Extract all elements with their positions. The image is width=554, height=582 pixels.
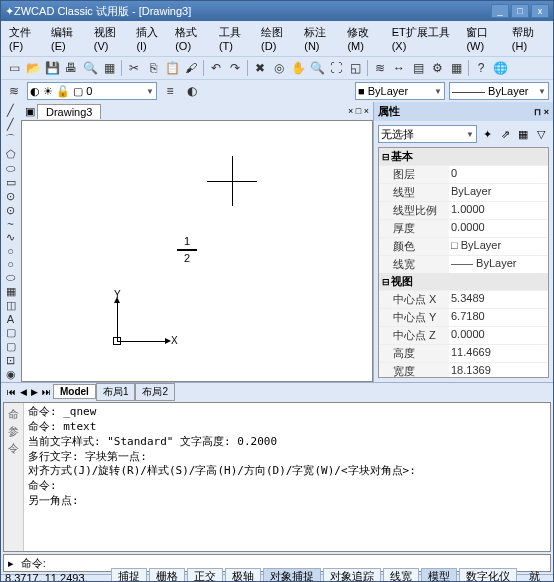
draw-tool-19[interactable]: ◉ xyxy=(2,368,19,381)
draw-tool-13[interactable]: ▦ xyxy=(2,285,19,298)
draw-tool-8[interactable]: ~ xyxy=(2,218,19,230)
draw-tool-10[interactable]: ○ xyxy=(2,245,19,257)
tool-icon[interactable]: ⚙ xyxy=(428,59,446,77)
prop-category[interactable]: ⊟视图 xyxy=(379,273,548,290)
menu-item[interactable]: ET扩展工具(X) xyxy=(388,23,461,54)
menu-item[interactable]: 编辑(E) xyxy=(47,23,88,54)
prop-icon[interactable]: ▤ xyxy=(409,59,427,77)
plot-icon[interactable]: ▦ xyxy=(100,59,118,77)
model-tab[interactable]: Model xyxy=(53,384,96,399)
draw-tool-16[interactable]: ▢ xyxy=(2,326,19,339)
prop-category[interactable]: ⊟基本 xyxy=(379,148,548,165)
print-icon[interactable]: 🖶 xyxy=(62,59,80,77)
draw-tool-15[interactable]: A xyxy=(2,313,19,325)
draw-tool-7[interactable]: ⊙ xyxy=(2,204,19,217)
property-grid[interactable]: ⊟基本图层0线型ByLayer线型比例1.0000厚度0.0000颜色□ ByL… xyxy=(378,147,549,378)
pin-icon[interactable]: ⊓ × xyxy=(534,107,549,117)
cmd-nav-icon[interactable]: 命 xyxy=(8,407,19,422)
draw-tool-14[interactable]: ◫ xyxy=(2,299,19,312)
match-icon[interactable]: 🖌 xyxy=(182,59,200,77)
drawing-tab[interactable]: Drawing3 xyxy=(37,104,101,119)
draw-tool-6[interactable]: ⊙ xyxy=(2,190,19,203)
layout1-tab[interactable]: 布局1 xyxy=(96,383,136,401)
status-toggle[interactable]: 正交 xyxy=(187,568,223,583)
prop-row[interactable]: 线型ByLayer xyxy=(379,183,548,201)
paste-icon[interactable]: 📋 xyxy=(163,59,181,77)
draw-tool-2[interactable]: ⌒ xyxy=(2,132,19,147)
status-toggle[interactable]: 栅格 xyxy=(149,568,185,583)
menu-item[interactable]: 工具(T) xyxy=(215,23,255,54)
open-icon[interactable]: 📂 xyxy=(24,59,42,77)
draw-tool-3[interactable]: ⬠ xyxy=(2,148,19,161)
draw-tool-18[interactable]: ⊡ xyxy=(2,354,19,367)
close-button[interactable]: x xyxy=(531,4,549,18)
globe-icon[interactable]: 🌐 xyxy=(491,59,509,77)
menu-item[interactable]: 格式(O) xyxy=(171,23,213,54)
prop-row[interactable]: 中心点 X5.3489 xyxy=(379,290,548,308)
tab-nav[interactable]: ⏮◀▶⏭ xyxy=(5,387,53,397)
quickselect-icon[interactable]: ✦ xyxy=(479,126,495,142)
prop-row[interactable]: 图层0 xyxy=(379,165,548,183)
status-toggle[interactable]: 对象追踪 xyxy=(323,568,381,583)
menu-item[interactable]: 插入(I) xyxy=(132,23,169,54)
prop-row[interactable]: 线型比例1.0000 xyxy=(379,201,548,219)
calc-icon[interactable]: ▦ xyxy=(447,59,465,77)
other-icon[interactable]: ◎ xyxy=(270,59,288,77)
draw-tool-17[interactable]: ▢ xyxy=(2,340,19,353)
undo-icon[interactable]: ↶ xyxy=(207,59,225,77)
zoome-icon[interactable]: ◱ xyxy=(346,59,364,77)
status-toggle[interactable]: 模型 xyxy=(421,568,457,583)
status-toggle[interactable]: 捕捉 xyxy=(111,568,147,583)
menu-item[interactable]: 窗口(W) xyxy=(462,23,505,54)
prop-row[interactable]: 宽度18.1369 xyxy=(379,362,548,378)
drawing-canvas[interactable]: 12 XY xyxy=(21,120,373,382)
prop-row[interactable]: 线宽—— ByLayer xyxy=(379,255,548,273)
preview-icon[interactable]: 🔍 xyxy=(81,59,99,77)
status-toggle[interactable]: 极轴 xyxy=(225,568,261,583)
minimize-button[interactable]: _ xyxy=(491,4,509,18)
layermgr-icon[interactable]: ≋ xyxy=(5,82,23,100)
prop-row[interactable]: 高度11.4669 xyxy=(379,344,548,362)
draw-tool-5[interactable]: ▭ xyxy=(2,176,19,189)
menu-item[interactable]: 修改(M) xyxy=(343,23,385,54)
dim-icon[interactable]: ↔ xyxy=(390,59,408,77)
selection-combo[interactable]: 无选择▼ xyxy=(378,125,477,143)
prop-row[interactable]: 厚度0.0000 xyxy=(379,219,548,237)
draw-tool-9[interactable]: ∿ xyxy=(2,231,19,244)
status-toggle[interactable]: 线宽 xyxy=(383,568,419,583)
draw-tool-11[interactable]: ○ xyxy=(2,258,19,270)
new-icon[interactable]: ▭ xyxy=(5,59,23,77)
pan-icon[interactable]: ✋ xyxy=(289,59,307,77)
draw-tool-1[interactable]: ╱ xyxy=(2,118,19,131)
layer-combo[interactable]: ◐ ☀ 🔓 ▢ 0▼ xyxy=(27,82,157,100)
menu-item[interactable]: 帮助(H) xyxy=(508,23,549,54)
zoom-icon[interactable]: 🔍 xyxy=(308,59,326,77)
maximize-button[interactable]: □ xyxy=(511,4,529,18)
copy-icon[interactable]: ⎘ xyxy=(144,59,162,77)
save-icon[interactable]: 💾 xyxy=(43,59,61,77)
help-icon[interactable]: ? xyxy=(472,59,490,77)
prop-row[interactable]: 颜色□ ByLayer xyxy=(379,237,548,255)
redo-icon[interactable]: ↷ xyxy=(226,59,244,77)
erase-icon[interactable]: ✖ xyxy=(251,59,269,77)
prop-row[interactable]: 中心点 Z0.0000 xyxy=(379,326,548,344)
draw-tool-0[interactable]: ╱ xyxy=(2,104,19,117)
linetype-combo[interactable]: ——— ByLayer▼ xyxy=(449,82,549,100)
prop-row[interactable]: 中心点 Y6.7180 xyxy=(379,308,548,326)
status-toggle[interactable]: 对象捕捉 xyxy=(263,568,321,583)
menu-item[interactable]: 绘图(D) xyxy=(257,23,298,54)
layer-icon[interactable]: ≋ xyxy=(371,59,389,77)
doc-close-icon[interactable]: × □ × xyxy=(348,106,369,116)
draw-tool-4[interactable]: ⬭ xyxy=(2,162,19,175)
menu-item[interactable]: 标注(N) xyxy=(300,23,341,54)
color-combo[interactable]: ■ ByLayer▼ xyxy=(355,82,445,100)
layerstate-icon[interactable]: ≡ xyxy=(161,82,179,100)
selectobj-icon[interactable]: ⇗ xyxy=(497,126,513,142)
filter-icon[interactable]: ▽ xyxy=(533,126,549,142)
layerprev-icon[interactable]: ◐ xyxy=(183,82,201,100)
status-toggle[interactable]: 数字化仪 xyxy=(459,568,517,583)
menu-item[interactable]: 文件(F) xyxy=(5,23,45,54)
draw-tool-12[interactable]: ⬭ xyxy=(2,271,19,284)
menu-item[interactable]: 视图(V) xyxy=(90,23,131,54)
command-history[interactable]: 命令: _qnew 命令: mtext 当前文字样式: "Standard" 文… xyxy=(24,403,550,551)
